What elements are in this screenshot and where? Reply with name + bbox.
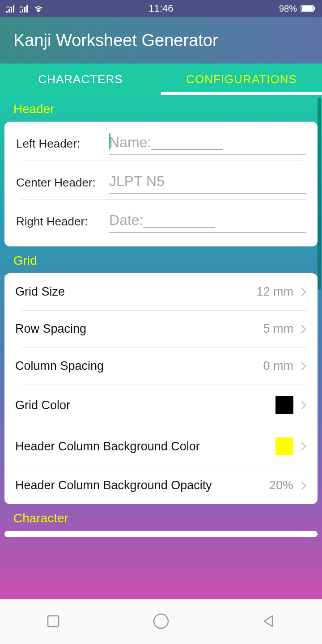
chevron-right-icon bbox=[301, 480, 307, 491]
grid-size-value: 12 mm bbox=[256, 285, 293, 299]
status-bar: 3G 4G 11:46 98% bbox=[0, 0, 322, 17]
right-header-label: Right Header: bbox=[16, 215, 109, 229]
left-header-input[interactable] bbox=[109, 132, 306, 155]
svg-rect-8 bbox=[24, 7, 25, 13]
grid-card: Grid Size 12 mm Row Spacing 5 mm Column … bbox=[4, 273, 318, 504]
grid-color-label: Grid Color bbox=[15, 398, 275, 412]
chevron-right-icon bbox=[301, 287, 307, 297]
center-header-input[interactable] bbox=[109, 171, 306, 194]
center-header-label: Center Header: bbox=[16, 176, 109, 190]
header-card: Left Header: Center Header: Right Header… bbox=[4, 122, 318, 246]
column-spacing-value: 0 mm bbox=[263, 359, 294, 373]
row-row-spacing[interactable]: Row Spacing 5 mm bbox=[4, 310, 318, 347]
row-spacing-value: 5 mm bbox=[263, 322, 294, 336]
row-header-bg-opacity[interactable]: Header Column Background Opacity 20% bbox=[4, 467, 318, 504]
app-body: Kanji Worksheet Generator CHARACTERS CON… bbox=[0, 17, 322, 599]
row-spacing-label: Row Spacing bbox=[15, 322, 263, 336]
signal-4g-icon: 4G bbox=[20, 4, 30, 13]
nav-back-button[interactable] bbox=[261, 613, 277, 631]
chevron-right-icon bbox=[301, 441, 307, 452]
svg-rect-2 bbox=[8, 9, 10, 13]
svg-rect-3 bbox=[11, 7, 12, 13]
signal-3g-icon: 3G bbox=[6, 4, 16, 13]
svg-rect-9 bbox=[26, 5, 28, 13]
svg-text:4G: 4G bbox=[20, 5, 25, 9]
chevron-right-icon bbox=[301, 400, 307, 411]
wifi-icon bbox=[33, 4, 44, 13]
row-grid-color[interactable]: Grid Color bbox=[4, 385, 318, 426]
svg-point-10 bbox=[38, 10, 39, 12]
scroll-indicator bbox=[318, 97, 321, 290]
svg-rect-4 bbox=[13, 5, 14, 13]
status-left: 3G 4G bbox=[6, 4, 44, 13]
svg-rect-14 bbox=[48, 616, 59, 627]
nav-recent-button[interactable] bbox=[45, 613, 61, 631]
header-bg-opacity-value: 20% bbox=[269, 479, 293, 492]
header-bg-color-swatch bbox=[275, 437, 293, 455]
row-right-header: Right Header: bbox=[4, 199, 318, 246]
system-nav-bar bbox=[0, 599, 322, 644]
svg-point-15 bbox=[154, 614, 168, 628]
battery-icon bbox=[301, 4, 316, 13]
app-bar: Kanji Worksheet Generator bbox=[0, 17, 322, 64]
tab-configurations[interactable]: CONFIGURATIONS bbox=[161, 64, 322, 95]
row-left-header: Left Header: bbox=[4, 122, 318, 161]
chevron-right-icon bbox=[301, 361, 307, 372]
header-bg-color-label: Header Column Background Color bbox=[15, 440, 275, 453]
nav-home-button[interactable] bbox=[152, 612, 170, 632]
status-right: 98% bbox=[279, 4, 316, 14]
right-header-input[interactable] bbox=[109, 210, 306, 233]
status-time: 11:46 bbox=[148, 3, 173, 14]
svg-rect-7 bbox=[22, 9, 23, 13]
svg-rect-6 bbox=[20, 11, 21, 13]
app-title: Kanji Worksheet Generator bbox=[13, 31, 218, 50]
row-grid-size[interactable]: Grid Size 12 mm bbox=[4, 273, 318, 310]
column-spacing-label: Column Spacing bbox=[15, 359, 263, 373]
section-title-character: Character bbox=[0, 504, 322, 531]
row-header-bg-color[interactable]: Header Column Background Color bbox=[4, 426, 318, 467]
text-cursor bbox=[109, 133, 110, 149]
row-center-header: Center Header: bbox=[4, 161, 318, 199]
row-column-spacing[interactable]: Column Spacing 0 mm bbox=[4, 347, 318, 385]
battery-percentage: 98% bbox=[279, 4, 297, 14]
svg-rect-12 bbox=[302, 6, 313, 11]
tab-label: CONFIGURATIONS bbox=[186, 72, 297, 86]
grid-size-label: Grid Size bbox=[15, 285, 256, 299]
section-title-header: Header bbox=[0, 95, 322, 122]
svg-rect-1 bbox=[6, 11, 8, 13]
section-title-grid: Grid bbox=[0, 246, 322, 273]
character-card bbox=[4, 531, 318, 537]
tab-characters[interactable]: CHARACTERS bbox=[0, 64, 161, 95]
header-bg-opacity-label: Header Column Background Opacity bbox=[15, 479, 269, 492]
tab-label: CHARACTERS bbox=[38, 72, 123, 86]
grid-color-swatch bbox=[275, 396, 293, 414]
content-scroll[interactable]: Header Left Header: Center Header: Right… bbox=[0, 95, 322, 599]
tabs: CHARACTERS CONFIGURATIONS bbox=[0, 64, 322, 95]
chevron-right-icon bbox=[301, 324, 307, 335]
left-header-label: Left Header: bbox=[16, 137, 109, 151]
svg-text:3G: 3G bbox=[6, 5, 11, 9]
svg-rect-13 bbox=[314, 7, 315, 10]
